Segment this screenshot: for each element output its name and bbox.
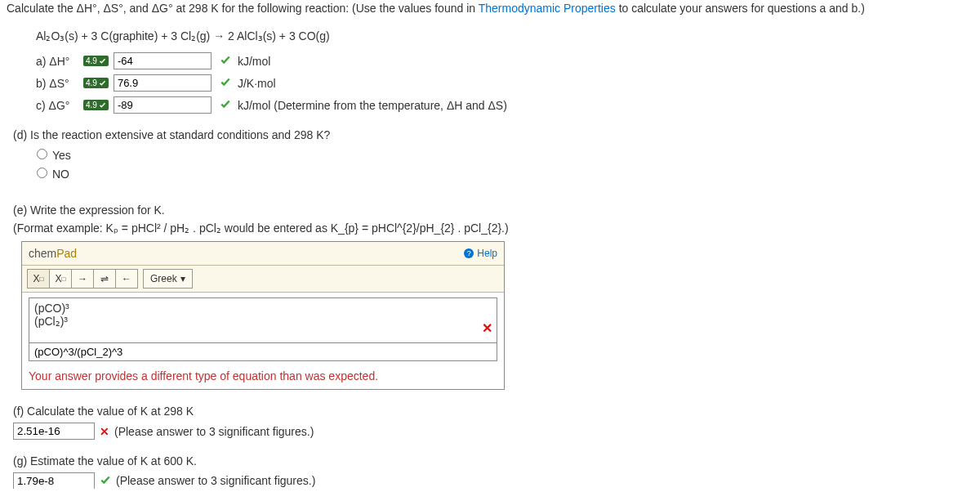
reaction-equation: Al₂O₃(s) + 3 C(graphite) + 3 Cl₂(g) → 2 …	[36, 29, 973, 42]
part-a-input[interactable]	[114, 52, 212, 69]
part-e-line1: (e) Write the expression for K.	[13, 204, 973, 217]
part-f-prompt: (f) Calculate the value of K at 298 K	[13, 405, 973, 418]
part-d-prompt: (d) Is the reaction extensive at standar…	[13, 128, 973, 141]
part-f-input[interactable]	[13, 423, 95, 440]
chempad-title: chemPad	[29, 247, 77, 260]
part-b-label: b) ΔS°	[36, 77, 83, 90]
part-g-prompt: (g) Estimate the value of K at 600 K.	[13, 454, 973, 467]
raw-expression-input[interactable]	[29, 343, 497, 361]
part-a-unit: kJ/mol	[238, 55, 270, 68]
part-b-input[interactable]	[114, 74, 212, 92]
arrow-left-button[interactable]: ←	[116, 270, 137, 288]
chempad: chemPad ?Help X□ X□ → ⇌ ← Greek ▾ (pCO)³…	[21, 241, 505, 390]
part-g-input[interactable]	[13, 472, 95, 489]
check-icon	[220, 76, 231, 90]
question-intro: Calculate the ΔH°, ΔS°, and ΔG° at 298 K…	[7, 2, 973, 15]
greek-dropdown[interactable]: Greek ▾	[143, 269, 193, 289]
cross-icon: ✕	[100, 425, 109, 438]
subscript-button[interactable]: X□	[28, 270, 50, 288]
radio-no[interactable]: NO	[33, 168, 69, 181]
check-icon	[220, 54, 231, 68]
rendered-expression[interactable]: (pCO)³ (pCl₂)³	[29, 297, 497, 343]
part-c-input[interactable]	[114, 96, 212, 114]
format-buttons: X□ X□ → ⇌ ←	[27, 269, 138, 289]
part-f-hint: (Please answer to 3 significant figures.…	[114, 425, 314, 438]
check-icon	[100, 474, 111, 488]
part-e-line2: (Format example: Kₚ = pHCl² / pH₂ . pCl₂…	[13, 221, 973, 235]
score-badge-b: 4.9	[83, 78, 109, 88]
arrow-right-button[interactable]: →	[72, 270, 94, 288]
thermo-link[interactable]: Thermodynamic Properties	[479, 2, 616, 15]
score-badge-c: 4.9	[83, 100, 109, 110]
clear-button[interactable]: ✕	[482, 320, 492, 336]
equilibrium-button[interactable]: ⇌	[94, 270, 116, 288]
part-c-label: c) ΔG°	[36, 99, 83, 112]
part-a-label: a) ΔH°	[36, 55, 83, 68]
error-feedback: Your answer provides a different type of…	[22, 366, 504, 389]
check-icon	[220, 98, 231, 112]
help-link[interactable]: ?Help	[464, 248, 497, 259]
part-b-unit: J/K·mol	[238, 77, 276, 90]
part-c-unit: kJ/mol (Determine from the temperature, …	[238, 99, 507, 112]
radio-yes[interactable]: Yes	[33, 149, 71, 162]
part-g-hint: (Please answer to 3 significant figures.…	[116, 474, 315, 487]
score-badge-a: 4.9	[83, 56, 109, 66]
help-icon: ?	[464, 248, 474, 258]
superscript-button[interactable]: X□	[50, 270, 72, 288]
caret-down-icon: ▾	[180, 273, 185, 284]
